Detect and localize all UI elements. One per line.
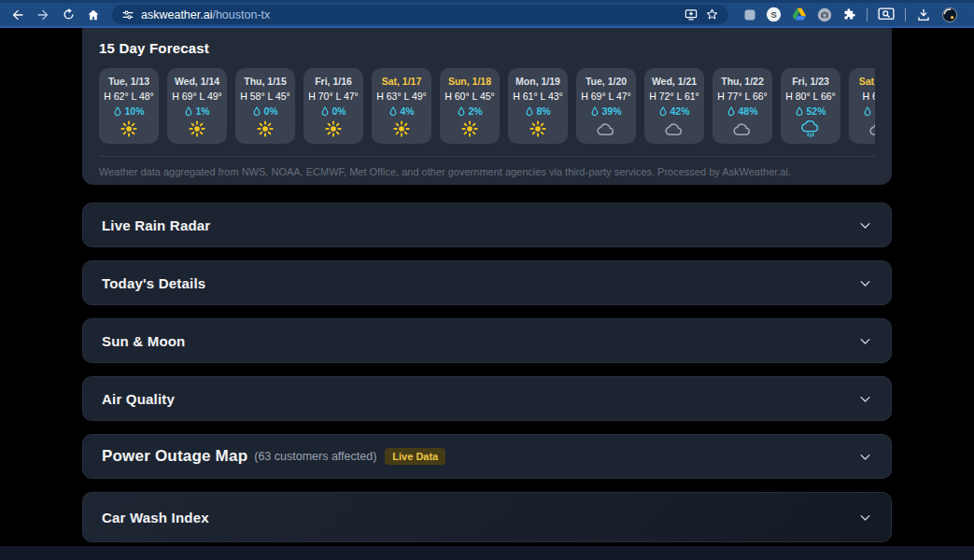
back-icon[interactable] <box>7 5 28 25</box>
extension-generic-icon[interactable] <box>744 9 755 21</box>
chevron-wrapper[interactable] <box>858 276 872 290</box>
bookmark-star-icon[interactable] <box>705 7 719 21</box>
toolbar-divider <box>905 8 906 21</box>
day-label: Fri, 1/23 <box>783 76 839 87</box>
section-title: Car Wash Index <box>102 510 209 525</box>
extensions-puzzle-icon[interactable] <box>842 7 856 21</box>
forecast-day-card[interactable]: Thu, 1/22H 77° L 66° 48% <box>713 68 772 144</box>
section-title: Today's Details <box>102 275 205 291</box>
weather-icon-slot <box>237 119 293 138</box>
weather-icon-slot <box>101 119 157 138</box>
download-icon[interactable] <box>916 7 931 22</box>
precip-chance: 48% <box>714 105 770 117</box>
precip-droplet-icon <box>658 106 668 117</box>
high-low-temps: H 58° L 45° <box>237 91 293 102</box>
chevron-wrapper[interactable] <box>858 450 872 464</box>
reload-icon[interactable] <box>58 5 78 25</box>
weather-icon-slot <box>510 119 566 138</box>
svg-text:S: S <box>770 10 776 20</box>
forecast-day-card[interactable]: Sun, 1/18H 60° L 45° 2% <box>440 68 500 144</box>
profile-avatar[interactable] <box>941 7 958 23</box>
sun-icon <box>460 119 479 138</box>
forecast-title: 15 Day Forecast <box>99 40 875 56</box>
chevron-down-icon <box>858 218 872 232</box>
weather-icon-slot <box>851 119 875 138</box>
sun-icon <box>188 119 206 138</box>
url-text[interactable]: askweather.ai/houston-tx <box>141 8 270 21</box>
drive-icon[interactable] <box>792 7 807 21</box>
sun-icon <box>529 119 547 138</box>
forecast-day-card[interactable]: Sat, 1/17H 63° L 49° 4% <box>372 68 431 144</box>
screen-search-icon[interactable] <box>878 7 895 21</box>
weather-icon-slot <box>305 119 361 138</box>
forward-icon[interactable] <box>33 5 53 25</box>
extensions-row: S <box>744 7 974 23</box>
chevron-wrapper[interactable] <box>858 218 872 232</box>
send-to-device-icon[interactable] <box>684 7 699 21</box>
accordion-section-today-s-details[interactable]: Today's Details <box>82 260 892 305</box>
chevron-down-icon <box>858 276 872 290</box>
precip-chance: 39% <box>578 105 634 117</box>
forecast-day-card[interactable]: Tue, 1/13H 62° L 48° 10% <box>99 68 159 144</box>
forecast-day-card[interactable]: Mon, 1/19H 61° L 43° 8% <box>508 68 568 144</box>
weather-icon-slot <box>169 119 225 138</box>
accordion-section-sun-moon[interactable]: Sun & Moon <box>82 318 892 363</box>
precip-chance: 10% <box>101 105 157 117</box>
day-label: Sat, 1/24 <box>851 76 875 87</box>
section-title: Sun & Moon <box>102 333 185 349</box>
forecast-day-card[interactable]: Wed, 1/14H 69° L 49° 1% <box>167 68 227 144</box>
precip-droplet-icon <box>590 106 600 117</box>
home-icon[interactable] <box>83 5 104 25</box>
browser-toolbar: askweather.ai/houston-tx S <box>0 0 974 28</box>
precip-chance: 52% <box>783 105 839 117</box>
chevron-down-icon <box>858 334 872 348</box>
precip-droplet-icon <box>320 106 330 117</box>
precip-chance: 0% <box>237 105 293 117</box>
high-low-temps: H 69° L 49° <box>169 91 225 102</box>
precip-droplet-icon <box>795 106 804 117</box>
forecast-day-card[interactable]: Sat, 1/24H 65° L 20% <box>849 68 875 144</box>
accordion-section-air-quality[interactable]: Air Quality <box>82 376 892 421</box>
live-data-badge: Live Data <box>385 448 445 465</box>
chevron-wrapper[interactable] <box>858 511 872 525</box>
day-label: Fri, 1/16 <box>305 76 361 87</box>
site-settings-icon[interactable] <box>121 8 134 21</box>
precip-droplet-icon <box>525 106 534 117</box>
accordion-section-power-outage-map[interactable]: Power Outage Map(63 customers affected)L… <box>82 434 892 479</box>
high-low-temps: H 63° L 49° <box>374 91 430 102</box>
forecast-cards-row[interactable]: Tue, 1/13H 62° L 48° 10% Wed, 1/14H 69° … <box>99 68 875 144</box>
section-subtitle: (63 customers affected) <box>254 450 376 463</box>
high-low-temps: H 80° L 66° <box>783 91 839 102</box>
toolbar-divider <box>867 8 868 21</box>
day-label: Thu, 1/22 <box>714 76 770 87</box>
day-label: Sat, 1/17 <box>374 76 430 87</box>
cloud-icon <box>868 122 875 136</box>
accordion-section-car-wash-index[interactable]: Car Wash Index <box>82 492 892 542</box>
weather-icon-slot <box>374 119 430 138</box>
accordion-section-live-rain-radar[interactable]: Live Rain Radar <box>82 203 892 247</box>
url-bar[interactable]: askweather.ai/houston-tx <box>112 5 728 24</box>
cloud-icon <box>732 122 753 136</box>
forecast-day-card[interactable]: Tue, 1/20H 69° L 47° 39% <box>576 68 636 144</box>
forecast-day-card[interactable]: Fri, 1/16H 70° L 47° 0% <box>303 68 363 144</box>
precip-droplet-icon <box>388 106 398 117</box>
forecast-day-card[interactable]: Thu, 1/15H 58° L 45° 0% <box>235 68 295 144</box>
menu-dots-icon[interactable] <box>968 7 974 22</box>
precip-droplet-icon <box>457 106 466 117</box>
high-low-temps: H 65° L <box>851 91 875 102</box>
chevron-wrapper[interactable] <box>858 392 872 406</box>
precip-droplet-icon <box>184 106 193 117</box>
extension-s-icon[interactable]: S <box>766 7 782 22</box>
precip-chance: 1% <box>169 105 225 117</box>
forecast-panel: 15 Day Forecast Tue, 1/13H 62° L 48° 10%… <box>82 28 892 185</box>
day-label: Wed, 1/14 <box>169 76 225 87</box>
high-low-temps: H 69° L 47° <box>578 91 634 102</box>
chevron-wrapper[interactable] <box>858 334 872 348</box>
camera-extension-icon[interactable] <box>817 7 832 22</box>
high-low-temps: H 61° L 43° <box>510 91 566 102</box>
sun-icon <box>392 119 411 138</box>
cloud-icon <box>596 122 616 136</box>
forecast-day-card[interactable]: Wed, 1/21H 72° L 61° 42% <box>644 68 704 144</box>
forecast-day-card[interactable]: Fri, 1/23H 80° L 66° 52% <box>781 68 840 144</box>
weather-icon-slot <box>578 119 634 138</box>
